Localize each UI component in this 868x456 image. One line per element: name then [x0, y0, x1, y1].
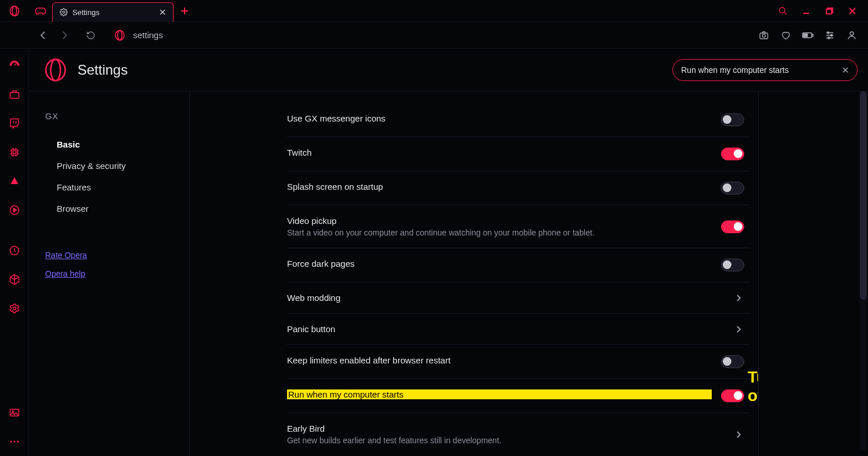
gear-icon — [60, 8, 68, 16]
twitch-icon[interactable] — [8, 117, 21, 130]
gamepad-icon[interactable] — [29, 0, 52, 21]
setting-row[interactable]: Web modding — [287, 282, 750, 314]
settings-sidebar: GX Basic Privacy & security Features Bro… — [29, 91, 190, 456]
back-button[interactable] — [36, 28, 51, 43]
setting-label: Video pickupStart a video on your comput… — [287, 216, 712, 237]
page-header: Settings Run when my computer starts — [29, 49, 868, 91]
window-minimize-button[interactable] — [801, 6, 811, 16]
battery-icon[interactable] — [802, 30, 814, 41]
sidebar-item-basic[interactable]: Basic — [45, 134, 189, 155]
svg-rect-18 — [13, 151, 16, 154]
setting-title: Run when my computer starts — [287, 389, 712, 399]
sidebar-item-features[interactable]: Features — [45, 176, 189, 198]
svg-point-3 — [779, 8, 785, 13]
toggle-knob — [723, 183, 731, 192]
tab-close-icon[interactable] — [159, 9, 166, 16]
window-maximize-button[interactable] — [824, 6, 834, 16]
chevron-right-icon — [736, 295, 744, 301]
sidebar-item-label: Features — [57, 182, 91, 192]
setting-title: Early Bird — [287, 424, 727, 433]
new-tab-button[interactable] — [174, 7, 196, 15]
profile-icon[interactable] — [846, 30, 858, 41]
triangle-icon[interactable] — [8, 175, 21, 187]
tab-title: Settings — [72, 8, 100, 17]
svg-point-14 — [828, 37, 830, 39]
svg-point-27 — [46, 59, 65, 80]
setting-label: Splash screen on startup — [287, 182, 712, 192]
setting-row: Keep limiters enabled after browser rest… — [287, 345, 750, 379]
svg-point-1 — [12, 6, 17, 16]
annotation-text: Turn off — [748, 368, 758, 405]
sidebar-item-label: Privacy & security — [57, 161, 126, 171]
setting-row: Force dark pages — [287, 248, 750, 282]
toggle-knob — [734, 222, 742, 231]
svg-point-8 — [762, 34, 765, 37]
scroll-thumb[interactable] — [860, 91, 867, 300]
clock-icon[interactable] — [8, 244, 21, 257]
opera-logo-icon[interactable] — [0, 0, 29, 21]
toggle[interactable] — [721, 389, 744, 402]
settings-search-value: Run when my computer starts — [681, 65, 842, 75]
reload-button[interactable] — [83, 28, 98, 43]
svg-point-26 — [17, 440, 19, 442]
speed-dial-icon[interactable] — [8, 59, 21, 72]
svg-point-15 — [850, 32, 854, 35]
svg-point-6 — [117, 30, 122, 40]
setting-label: Web modding — [287, 293, 727, 303]
link-rate-opera[interactable]: Rate Opera — [45, 251, 189, 260]
svg-rect-10 — [812, 34, 814, 36]
easy-setup-icon[interactable] — [824, 30, 836, 41]
link-opera-help[interactable]: Opera help — [45, 269, 189, 278]
toggle-knob — [734, 391, 742, 400]
setting-row[interactable]: Early BirdGet new builds earlier and tes… — [287, 413, 750, 455]
sidebar-item-browser[interactable]: Browser — [45, 198, 189, 219]
window-close-button[interactable] — [847, 6, 858, 16]
toggle[interactable] — [721, 220, 744, 233]
cpu-icon[interactable] — [8, 146, 21, 159]
setting-label: Force dark pages — [287, 259, 712, 269]
forward-button[interactable] — [57, 28, 72, 43]
setting-title: Force dark pages — [287, 259, 712, 269]
setting-label: Twitch — [287, 148, 712, 157]
search-clear-icon[interactable] — [842, 67, 849, 73]
search-button[interactable] — [778, 6, 788, 16]
setting-label: Use GX messenger icons — [287, 113, 712, 123]
settings-search[interactable]: Run when my computer starts — [672, 59, 858, 81]
setting-label: Run when my computer starts — [287, 389, 712, 399]
svg-rect-4 — [826, 9, 832, 14]
briefcase-icon[interactable] — [8, 88, 21, 101]
settings-gear-icon[interactable] — [8, 302, 21, 315]
setting-title: Panic button — [287, 324, 727, 334]
more-icon[interactable] — [8, 435, 21, 448]
setting-title: Web modding — [287, 293, 727, 303]
page-title: Settings — [78, 62, 128, 78]
toggle[interactable] — [721, 355, 744, 368]
toggle-knob — [723, 115, 731, 124]
setting-label: Panic button — [287, 324, 727, 334]
svg-point-2 — [62, 11, 65, 13]
svg-point-21 — [13, 307, 16, 310]
play-circle-icon[interactable] — [8, 204, 21, 216]
sidebar-item-label: Basic — [57, 139, 80, 149]
toggle[interactable] — [721, 259, 744, 271]
setting-label: Keep limiters enabled after browser rest… — [287, 355, 712, 365]
heart-icon[interactable] — [780, 30, 792, 41]
site-identity-icon[interactable] — [112, 28, 127, 43]
setting-description: Start a video on your computer and conti… — [287, 228, 712, 237]
scrollbar[interactable] — [860, 91, 867, 450]
snapshot-icon[interactable] — [758, 30, 770, 41]
setting-row: Splash screen on startup — [287, 171, 750, 205]
toggle[interactable] — [721, 148, 744, 160]
setting-title: Splash screen on startup — [287, 182, 712, 192]
image-icon[interactable] — [8, 406, 21, 419]
sidebar-item-label: Browser — [57, 204, 89, 214]
toggle[interactable] — [721, 113, 744, 126]
address-text[interactable]: settings — [133, 30, 163, 40]
setting-row: Use GX messenger icons — [287, 103, 750, 137]
setting-row[interactable]: Panic button — [287, 314, 750, 345]
cube-icon[interactable] — [8, 273, 21, 286]
sidebar-item-privacy[interactable]: Privacy & security — [45, 155, 189, 176]
sidebar-category: GX — [45, 111, 189, 121]
tab-settings[interactable]: Settings — [52, 2, 174, 22]
toggle[interactable] — [721, 182, 744, 194]
